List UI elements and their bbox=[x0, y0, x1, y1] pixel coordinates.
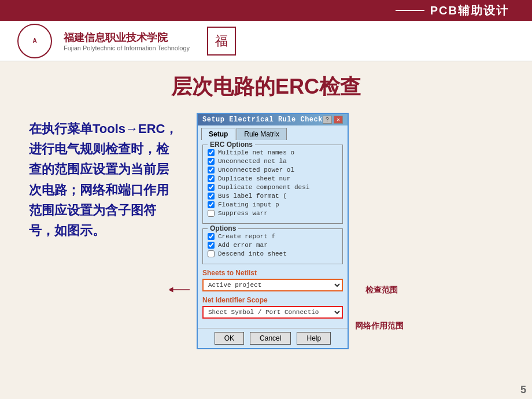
dialog-footer: OK Cancel Help bbox=[198, 328, 348, 348]
erc-options-label: ERC Options bbox=[208, 141, 255, 149]
checkbox-unconnected-net-label: Unconnected net la bbox=[218, 158, 287, 165]
dialog-title: Setup Electrical Rule Check bbox=[202, 116, 323, 124]
checkbox-descend-input[interactable] bbox=[208, 250, 215, 257]
school-info: 福建信息职业技术学院 Fujian Polytechnic of Informa… bbox=[64, 31, 190, 51]
content-area: 在执行菜单Tools→ERC，进行电气规则检查时，检查的范围应设置为当前层次电路… bbox=[23, 113, 509, 349]
checkbox-bus-label-input[interactable] bbox=[208, 193, 215, 200]
checkbox-suppress-warn-input[interactable] bbox=[208, 210, 215, 217]
options-label: Options bbox=[208, 224, 238, 232]
check-range-arrow bbox=[169, 284, 193, 295]
sheets-select[interactable]: Active project bbox=[202, 279, 343, 291]
checkbox-duplicate-component-label: Duplicate component desi bbox=[218, 184, 309, 191]
checkbox-duplicate-component-input[interactable] bbox=[208, 184, 215, 191]
check-range-annotation: 检查范围 bbox=[365, 285, 398, 295]
checkbox-duplicate-sheet-input[interactable] bbox=[208, 175, 215, 182]
checkbox-add-error: Add error mar bbox=[208, 242, 338, 249]
net-scope-label: Net Identifier Scope bbox=[202, 296, 343, 304]
checkbox-add-error-input[interactable] bbox=[208, 242, 215, 249]
page-title: 层次电路的ERC检查 bbox=[23, 73, 509, 101]
school-name-cn: 福建信息职业技术学院 bbox=[64, 31, 190, 45]
checkbox-duplicate-component: Duplicate component desi bbox=[208, 184, 338, 191]
checkbox-unconnected-power-input[interactable] bbox=[208, 167, 215, 173]
help-button[interactable]: ? bbox=[323, 116, 332, 124]
checkbox-descend: Descend into sheet bbox=[208, 250, 338, 257]
page-number: 5 bbox=[520, 384, 526, 396]
checkbox-floating-input-label: Floating input p bbox=[218, 201, 279, 208]
checkbox-unconnected-net-input[interactable] bbox=[208, 158, 215, 165]
checkbox-add-error-label: Add error mar bbox=[218, 242, 268, 249]
net-scope-select[interactable]: Sheet Symbol / Port Connectio bbox=[202, 306, 343, 319]
checkbox-suppress-warn-label: Suppress warr bbox=[218, 210, 268, 217]
erc-options-group: ERC Options Multiple net names o Unconne… bbox=[202, 145, 343, 224]
sheets-group: Sheets to Netlist Active project bbox=[202, 269, 343, 291]
header-title: PCB辅助设计 bbox=[430, 3, 509, 19]
ok-button[interactable]: OK bbox=[215, 332, 244, 345]
net-scope-group: Net Identifier Scope Sheet Symbol / Port… bbox=[202, 296, 343, 319]
net-range-annotation: 网络作用范围 bbox=[355, 321, 404, 331]
checkbox-multiple-net-label: Multiple net names o bbox=[218, 149, 294, 156]
checkbox-create-report: Create report f bbox=[208, 233, 338, 240]
header-bar: PCB辅助设计 bbox=[0, 0, 532, 21]
dialog-body: ERC Options Multiple net names o Unconne… bbox=[198, 140, 348, 328]
school-logo: A bbox=[17, 24, 52, 58]
checkbox-create-report-input[interactable] bbox=[208, 233, 215, 240]
checkbox-bus-label-label: Bus label format ( bbox=[218, 193, 287, 200]
checkbox-floating-input: Floating input p bbox=[208, 201, 338, 208]
checkbox-multiple-net: Multiple net names o bbox=[208, 149, 338, 156]
tab-setup[interactable]: Setup bbox=[201, 128, 235, 140]
tab-rule-matrix[interactable]: Rule Matrix bbox=[237, 128, 287, 140]
dialog-tabs: Setup Rule Matrix bbox=[198, 125, 348, 140]
annotation-container: Setup Electrical Rule Check ? ✕ Setup Ru… bbox=[197, 113, 349, 349]
checkbox-duplicate-sheet-label: Duplicate sheet nur bbox=[218, 175, 290, 182]
header-decoration bbox=[396, 10, 424, 11]
checkbox-duplicate-sheet: Duplicate sheet nur bbox=[208, 175, 338, 182]
checkbox-unconnected-power: Unconnected power ol bbox=[208, 167, 338, 173]
dialog-controls: ? ✕ bbox=[323, 116, 343, 124]
school-name-en: Fujian Polytechnic of Information Techno… bbox=[64, 45, 190, 51]
logo-stamp: 福 bbox=[207, 27, 236, 56]
dialog-titlebar: Setup Electrical Rule Check ? ✕ bbox=[198, 114, 348, 125]
cancel-button[interactable]: Cancel bbox=[250, 332, 291, 345]
checkbox-bus-label: Bus label format ( bbox=[208, 193, 338, 200]
help-footer-button[interactable]: Help bbox=[297, 332, 331, 345]
main-content: 层次电路的ERC检查 在执行菜单Tools→ERC，进行电气规则检查时，检查的范… bbox=[0, 61, 532, 361]
logo-bar: A 福建信息职业技术学院 Fujian Polytechnic of Infor… bbox=[0, 21, 532, 61]
checkbox-unconnected-net: Unconnected net la bbox=[208, 158, 338, 165]
checkbox-multiple-net-input[interactable] bbox=[208, 149, 215, 156]
checkbox-descend-label: Descend into sheet bbox=[218, 250, 287, 257]
sheets-label: Sheets to Netlist bbox=[202, 269, 343, 277]
close-button[interactable]: ✕ bbox=[334, 116, 343, 124]
checkbox-unconnected-power-label: Unconnected power ol bbox=[218, 167, 294, 173]
left-text: 在执行菜单Tools→ERC，进行电气规则检查时，检查的范围应设置为当前层次电路… bbox=[23, 113, 185, 246]
checkbox-floating-input-input[interactable] bbox=[208, 201, 215, 208]
options-group: Options Create report f Add error mar De… bbox=[202, 228, 343, 264]
erc-dialog: Setup Electrical Rule Check ? ✕ Setup Ru… bbox=[197, 113, 349, 349]
checkbox-create-report-label: Create report f bbox=[218, 233, 275, 240]
checkbox-suppress-warn: Suppress warr bbox=[208, 210, 338, 217]
